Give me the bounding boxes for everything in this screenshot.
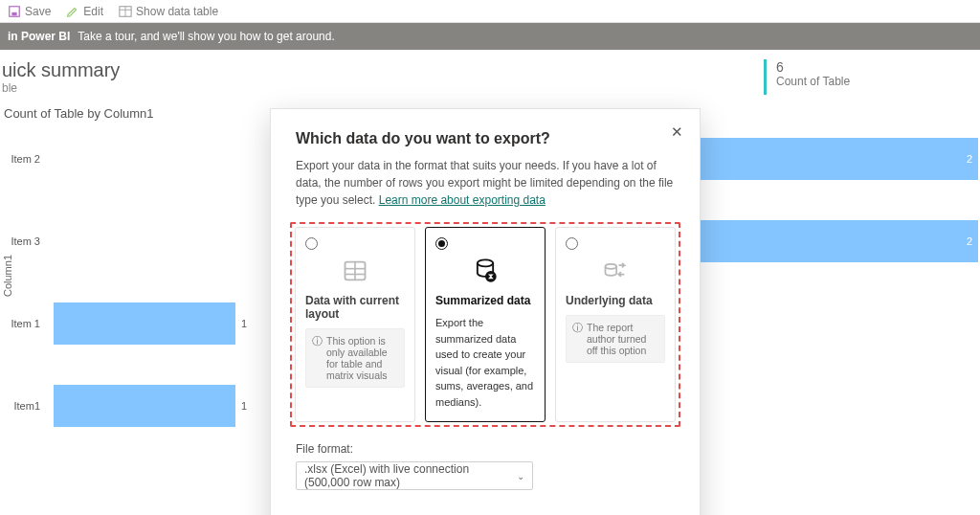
close-icon: ✕ [671, 123, 683, 141]
close-button[interactable]: ✕ [665, 121, 688, 144]
info-icon: ⓘ [312, 335, 323, 381]
chevron-down-icon: ⌄ [517, 471, 524, 481]
info-icon: ⓘ [572, 322, 583, 356]
option-underlying-data[interactable]: Underlying data ⓘ The report author turn… [555, 227, 676, 422]
table-layout-icon [305, 256, 405, 286]
option-summarized-data[interactable]: Summarized data Export the summarized da… [425, 227, 546, 422]
svg-rect-1 [11, 11, 16, 15]
dialog-title: Which data do you want to export? [296, 130, 675, 147]
radio-icon [305, 237, 318, 250]
show-data-label: Show data table [136, 5, 218, 18]
top-toolbar: Save Edit Show data table [0, 0, 980, 23]
option-note: ⓘ The report author turned off this opti… [566, 315, 665, 363]
radio-icon [566, 237, 578, 250]
database-swap-icon [566, 256, 665, 286]
option-note: ⓘ This option is only available for tabl… [305, 328, 405, 388]
file-format-value: .xlsx (Excel) with live connection (500,… [304, 462, 517, 489]
export-data-dialog: ✕ Which data do you want to export? Expo… [270, 108, 701, 515]
radio-icon [435, 237, 448, 250]
file-format-label: File format: [296, 442, 675, 456]
learn-more-link[interactable]: Learn more about exporting data [379, 193, 546, 207]
table-icon [119, 5, 132, 18]
report-canvas: uick summary ble 6 Count of Table Count … [0, 50, 980, 515]
svg-point-9 [478, 259, 493, 266]
pencil-icon [66, 5, 79, 18]
option-title: Data with current layout [305, 294, 405, 321]
edit-button[interactable]: Edit [66, 5, 103, 18]
export-options-group: Data with current layout ⓘ This option i… [290, 222, 680, 427]
file-format-select[interactable]: .xlsx (Excel) with live connection (500,… [296, 461, 533, 490]
save-button[interactable]: Save [8, 5, 51, 18]
edit-label: Edit [83, 5, 103, 18]
tour-banner[interactable]: in Power BI Take a tour, and we'll show … [0, 23, 980, 50]
save-label: Save [25, 5, 51, 18]
dialog-description: Export your data in the format that suit… [296, 157, 675, 209]
option-title: Underlying data [566, 294, 665, 307]
tour-banner-text: Take a tour, and we'll show you how to g… [78, 30, 334, 43]
option-data-with-layout[interactable]: Data with current layout ⓘ This option i… [295, 227, 415, 422]
save-icon [8, 5, 21, 18]
show-data-button[interactable]: Show data table [119, 5, 218, 18]
option-body: Export the summarized data used to creat… [435, 315, 535, 410]
option-note-text: The report author turned off this option [587, 322, 658, 356]
database-sum-icon [435, 256, 535, 286]
tour-banner-title: in Power BI [8, 30, 70, 43]
option-title: Summarized data [435, 294, 535, 307]
option-note-text: This option is only available for table … [326, 335, 398, 381]
svg-point-11 [606, 264, 617, 269]
